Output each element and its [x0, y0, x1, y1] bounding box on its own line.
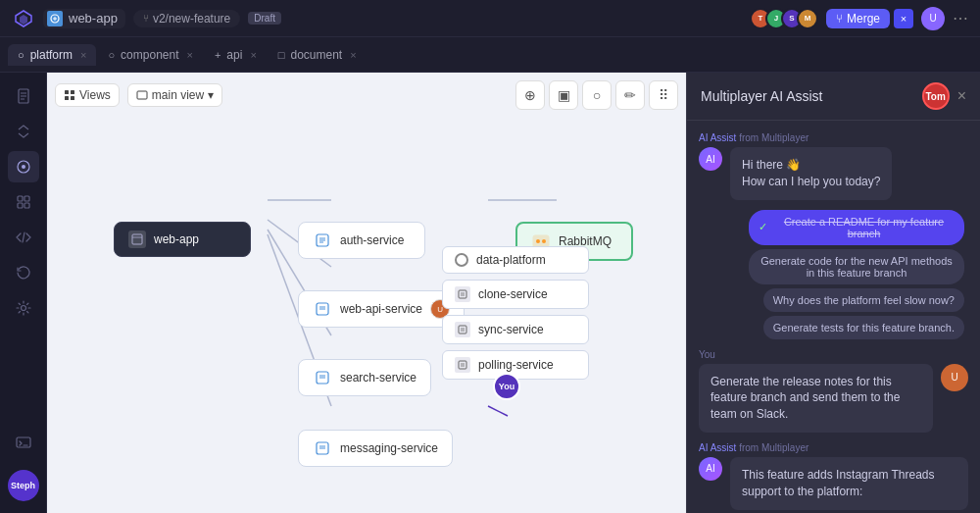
node-sync-service[interactable]: sync-service — [442, 315, 589, 344]
views-button[interactable]: Views — [55, 83, 120, 107]
svg-rect-50 — [459, 361, 466, 369]
dropdown-nodes: data-platform clone-service sync-service — [442, 246, 589, 380]
svg-point-8 — [22, 165, 25, 169]
tab-platform-label: platform — [30, 48, 73, 62]
ai-panel-header: Multiplayer AI Assist Tom × — [687, 73, 980, 121]
view-selector[interactable]: main view ▾ — [127, 83, 222, 107]
svg-rect-19 — [137, 91, 147, 99]
clone-service-label: clone-service — [478, 287, 548, 301]
toolbar-chat-btn[interactable]: ○ — [582, 80, 612, 110]
greeting-text2: How can I help you today? — [742, 174, 880, 190]
sidebar-icon-expand[interactable] — [8, 116, 39, 147]
svg-rect-17 — [65, 96, 69, 100]
steph-avatar[interactable]: Steph — [8, 470, 39, 501]
ai-panel-title: Multiplayer AI Assist — [701, 88, 922, 104]
from-label: from Multiplayer — [739, 132, 808, 143]
user-message-text: Generate the release notes for this feat… — [710, 375, 900, 422]
tab-platform-close[interactable]: × — [80, 49, 86, 61]
polling-icon — [455, 357, 470, 373]
suggestion-1-label: Create a README for my feature branch — [773, 216, 955, 239]
tom-avatar: Tom — [922, 82, 950, 110]
clone-icon — [455, 286, 470, 302]
canvas-nodes: web-app auth-service web-api-service U — [55, 124, 686, 513]
app-logo — [12, 7, 35, 30]
user-avatar: U — [921, 7, 945, 30]
avatar-4: M — [797, 8, 818, 29]
suggestion-1[interactable]: ✓ Create a README for my feature branch — [749, 210, 964, 245]
user-msg-bubble: Generate the release notes for this feat… — [699, 364, 933, 433]
tab-document-close[interactable]: × — [350, 49, 356, 61]
svg-rect-47 — [459, 326, 466, 333]
ai-response-label: AI Assist from Multiplayer — [699, 442, 968, 453]
merge-close-button[interactable]: × — [894, 9, 913, 28]
ai-response-bubble: This feature adds Instagram Threads supp… — [730, 457, 968, 510]
svg-rect-9 — [18, 196, 23, 201]
toolbar-icons: ⊕ ▣ ○ ✏ ⠿ — [515, 80, 678, 110]
tab-document-icon: □ — [278, 49, 285, 61]
svg-rect-16 — [71, 90, 74, 94]
greeting-text: Hi there 👋 — [742, 157, 880, 174]
chat-messages: AI Assist from Multiplayer AI Hi there 👋… — [687, 121, 980, 513]
messaging-icon — [313, 438, 332, 458]
tab-platform[interactable]: ○ platform × — [8, 44, 96, 66]
title-bar-right: T J S M ⑂ Merge × U ⋯ — [750, 7, 968, 30]
ai-greeting-bubble: Hi there 👋 How can I help you today? — [730, 147, 892, 200]
tab-api-label: api — [226, 48, 242, 62]
tab-api-close[interactable]: × — [250, 49, 256, 61]
node-messaging-service[interactable]: messaging-service — [298, 430, 453, 467]
user-chat-avatar: U — [941, 364, 968, 391]
branch-icon: ⑂ — [143, 13, 149, 24]
sidebar-icon-file[interactable] — [8, 80, 39, 112]
svg-rect-12 — [24, 203, 29, 208]
merge-icon: ⑂ — [836, 12, 843, 26]
tab-document[interactable]: □ document × — [269, 44, 367, 66]
suggestion-2[interactable]: Generate code for the new API methods in… — [749, 249, 964, 284]
node-auth-service[interactable]: auth-service — [298, 222, 425, 259]
draft-badge: Draft — [248, 12, 281, 25]
node-search-service[interactable]: search-service — [298, 359, 431, 396]
branch-pill[interactable]: ⑂ v2/new-feature — [133, 10, 240, 27]
toolbar-shape-btn[interactable]: ▣ — [549, 80, 578, 110]
node-clone-service[interactable]: clone-service — [442, 280, 589, 309]
tab-api[interactable]: + api × — [205, 44, 267, 66]
sidebar-icon-plus[interactable] — [8, 186, 39, 218]
app-tab[interactable]: web-app — [43, 9, 125, 28]
sidebar-icon-settings[interactable] — [8, 292, 39, 324]
ai-panel-close-button[interactable]: × — [957, 87, 966, 105]
toolbar-grid-btn[interactable]: ⠿ — [649, 80, 678, 110]
node-web-api-service[interactable]: web-api-service U — [298, 290, 465, 328]
main-area: Steph Views main view ▾ ⊕ ▣ ○ ✏ ⠿ — [0, 73, 980, 513]
suggestion-4[interactable]: Generate tests for this feature branch. — [763, 316, 964, 339]
node-data-platform[interactable]: data-platform — [442, 246, 589, 274]
suggestion-3[interactable]: Why does the platform feel slow now? — [763, 288, 964, 312]
more-button[interactable]: ⋯ — [953, 9, 968, 27]
toolbar-circle-btn[interactable]: ⊕ — [515, 80, 545, 110]
toolbar-pen-btn[interactable]: ✏ — [615, 80, 645, 110]
sidebar-icon-terminal[interactable] — [8, 427, 39, 458]
main-view-label: main view — [152, 88, 204, 102]
webapi-icon — [313, 299, 332, 319]
sidebar-icon-code[interactable] — [8, 222, 39, 253]
left-sidebar: Steph — [0, 73, 47, 513]
sidebar-icon-diagram[interactable] — [8, 151, 39, 182]
tab-component-label: component — [121, 48, 178, 62]
canvas-toolbar: Views main view ▾ ⊕ ▣ ○ ✏ ⠿ — [55, 80, 678, 110]
you-msg-label: You — [699, 349, 968, 360]
canvas-area[interactable]: Views main view ▾ ⊕ ▣ ○ ✏ ⠿ — [47, 73, 686, 513]
tab-component[interactable]: ○ component × — [98, 44, 202, 66]
merge-button[interactable]: ⑂ Merge — [826, 9, 890, 28]
node-webapp[interactable]: web-app — [114, 222, 251, 257]
collaborator-avatars: T J S M — [750, 8, 818, 29]
tab-component-close[interactable]: × — [186, 49, 192, 61]
svg-rect-44 — [459, 290, 466, 298]
ai-greeting-msg: AI Assist from Multiplayer AI Hi there 👋… — [699, 132, 968, 200]
sync-icon — [455, 322, 470, 337]
auth-icon — [313, 231, 332, 250]
ai-response-text: This feature adds Instagram Threads supp… — [742, 468, 935, 498]
chevron-down-icon: ▾ — [208, 88, 214, 102]
sidebar-icon-refresh[interactable] — [8, 257, 39, 288]
you-label: You — [499, 382, 514, 391]
suggestion-4-label: Generate tests for this feature branch. — [773, 322, 955, 333]
suggestion-3-label: Why does the platform feel slow now? — [773, 294, 955, 306]
svg-point-13 — [21, 306, 25, 311]
